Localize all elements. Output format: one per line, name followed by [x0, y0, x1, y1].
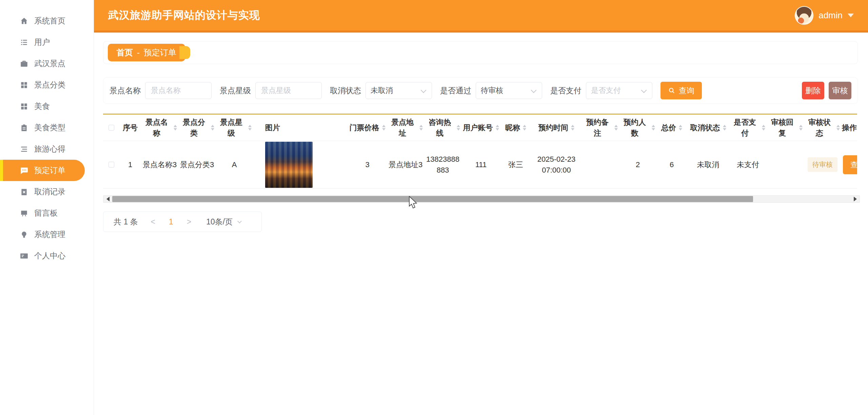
sort-icon[interactable]	[457, 125, 460, 131]
filter-bar: 景点名称 景点星级 取消状态 未取消 是否通过 待审核 是否支付 是否支付	[103, 77, 858, 104]
cancel-status-select[interactable]: 未取消	[366, 82, 432, 99]
delete-button[interactable]: 删除	[802, 82, 824, 99]
table-row: 1 景点名称3 景点分类3 A 3 景点地址3 13823888883 111 …	[103, 141, 857, 189]
scenic-photo[interactable]	[265, 142, 313, 188]
status-badge: 待审核	[808, 157, 837, 172]
col-account[interactable]: 用户账号	[461, 122, 500, 133]
select-value: 待审核	[481, 85, 503, 96]
col-hotline[interactable]: 咨询热线	[424, 117, 461, 139]
filter-approved: 是否通过 待审核	[440, 82, 542, 99]
search-icon	[668, 87, 675, 94]
sidebar-item-label: 景点分类	[34, 80, 65, 90]
sidebar-item-label: 系统管理	[34, 229, 65, 240]
user-menu[interactable]: admin	[795, 6, 854, 25]
sort-icon[interactable]	[419, 125, 423, 131]
col-reserve-note[interactable]: 预约备注	[582, 117, 619, 139]
chevron-down-icon	[848, 14, 854, 17]
col-address[interactable]: 景点地址	[387, 117, 424, 139]
select-value: 未取消	[371, 85, 393, 96]
col-reserve-time[interactable]: 预约时间	[531, 122, 582, 133]
cell-nickname: 张三	[500, 159, 531, 170]
next-page-button[interactable]: >	[187, 217, 191, 226]
clipboard-icon	[20, 123, 28, 132]
sidebar-item-label: 个人中心	[34, 251, 65, 261]
col-total-price[interactable]: 总价	[656, 122, 687, 133]
scroll-right-arrow-icon[interactable]	[851, 196, 860, 202]
topbar: 武汉旅游助手网站的设计与实现 admin	[94, 0, 868, 33]
current-page[interactable]: 1	[169, 217, 173, 226]
sort-icon[interactable]	[571, 125, 574, 131]
scroll-left-arrow-icon[interactable]	[103, 196, 112, 202]
sort-icon[interactable]	[799, 125, 803, 131]
sidebar-item-food-type[interactable]: 美食类型	[0, 117, 94, 138]
sidebar-item-food[interactable]: 美食	[0, 96, 94, 117]
col-cancel-status[interactable]: 取消状态	[687, 122, 729, 133]
prev-page-button[interactable]: <	[151, 217, 155, 226]
col-scenic-name[interactable]: 景点名称	[141, 117, 178, 139]
sidebar-item-scenic[interactable]: 武汉景点	[0, 53, 94, 74]
select-all-checkbox[interactable]	[108, 125, 114, 131]
col-scenic-category[interactable]: 景点分类	[178, 117, 216, 139]
sort-icon[interactable]	[762, 125, 765, 131]
scrollbar-track[interactable]	[112, 196, 851, 202]
cell-hotline: 13823888883	[424, 154, 461, 176]
horizontal-scrollbar[interactable]	[103, 195, 860, 203]
sidebar-item-label: 美食类型	[34, 122, 65, 133]
bulb-icon	[20, 230, 28, 239]
view-button[interactable]: 查看	[843, 155, 857, 174]
search-button[interactable]: 查询	[660, 82, 702, 99]
sort-icon[interactable]	[496, 125, 499, 131]
col-nickname[interactable]: 昵称	[500, 122, 531, 133]
filter-label: 是否通过	[440, 85, 471, 96]
page-size-select[interactable]: 10条/页	[206, 217, 241, 227]
scenic-star-input[interactable]	[255, 82, 322, 99]
col-ticket-price[interactable]: 门票价格	[348, 122, 387, 133]
username: admin	[818, 10, 843, 21]
sort-icon[interactable]	[652, 125, 655, 131]
breadcrumb-current: 预定订单	[144, 47, 176, 58]
col-image: 图片	[253, 122, 348, 133]
paid-select[interactable]: 是否支付	[586, 82, 652, 99]
sidebar-item-scenic-category[interactable]: 景点分类	[0, 74, 94, 96]
sidebar-item-home[interactable]: 系统首页	[0, 10, 94, 32]
sort-icon[interactable]	[523, 125, 526, 131]
sort-icon[interactable]	[679, 125, 682, 131]
scrollbar-thumb[interactable]	[112, 196, 753, 202]
sidebar-item-cancel-records[interactable]: 取消记录	[0, 181, 94, 202]
pagination: 共 1 条 < 1 > 10条/页	[103, 212, 262, 232]
col-pay-status[interactable]: 是否支付	[729, 117, 767, 139]
sidebar-item-label: 取消记录	[34, 186, 65, 197]
approved-select[interactable]: 待审核	[476, 82, 542, 99]
row-checkbox[interactable]	[108, 162, 114, 167]
sidebar-item-system[interactable]: 系统管理	[0, 224, 94, 245]
sort-icon[interactable]	[211, 125, 214, 131]
cell-address: 景点地址3	[387, 159, 424, 170]
filter-label: 景点星级	[220, 85, 251, 96]
filter-label: 景点名称	[110, 85, 141, 96]
col-review-status[interactable]: 审核状态	[804, 117, 841, 139]
filter-scenic-name: 景点名称	[110, 82, 212, 99]
sidebar-item-label: 预定订单	[34, 165, 65, 176]
col-scenic-star[interactable]: 景点星级	[216, 117, 253, 139]
sort-icon[interactable]	[174, 125, 177, 131]
sort-icon[interactable]	[723, 125, 726, 131]
briefcase-icon	[20, 59, 28, 68]
sidebar-item-profile[interactable]: 个人中心	[0, 245, 94, 266]
sort-icon[interactable]	[614, 125, 618, 131]
sidebar-item-orders[interactable]: 预定订单	[0, 160, 85, 181]
bulk-actions: 删除 审核	[802, 82, 851, 99]
board-icon	[20, 209, 28, 218]
col-reserve-count[interactable]: 预约人数	[619, 117, 656, 139]
sort-icon[interactable]	[382, 125, 386, 131]
sidebar-item-travel-notes[interactable]: 旅游心得	[0, 138, 94, 160]
sort-icon[interactable]	[248, 125, 252, 131]
col-seq: 序号	[119, 122, 141, 133]
audit-button[interactable]: 审核	[829, 82, 851, 99]
sidebar-item-users[interactable]: 用户	[0, 32, 94, 53]
cell-reserve-time: 2025-02-23 07:00:00	[531, 154, 582, 176]
scenic-name-input[interactable]	[145, 82, 212, 99]
col-review-reply[interactable]: 审核回复	[767, 117, 804, 139]
sidebar-item-message-board[interactable]: 留言板	[0, 202, 94, 224]
sort-icon[interactable]	[836, 125, 840, 131]
breadcrumb-home[interactable]: 首页	[117, 47, 133, 58]
